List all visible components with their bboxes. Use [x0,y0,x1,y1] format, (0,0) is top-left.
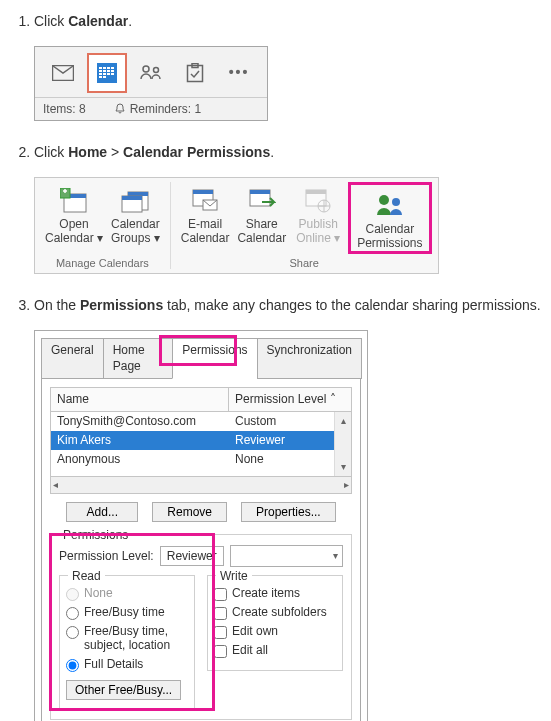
tab-home-page[interactable]: Home Page [103,338,174,380]
svg-rect-14 [99,76,102,78]
publish-online-icon [304,186,332,216]
email-calendar-button[interactable]: E-mailCalendar [177,182,234,254]
svg-rect-28 [193,190,213,194]
read-freebusy-radio[interactable] [66,607,79,620]
svg-point-16 [143,66,149,72]
write-group: Write Create items Create subfolders Edi… [207,575,343,671]
column-permission-level[interactable]: Permission Level ˄ [229,388,351,411]
svg-rect-2 [99,67,102,69]
vertical-scrollbar[interactable]: ▴▾ [334,412,351,476]
write-create-items-label[interactable]: Create items [232,586,300,600]
write-edit-own-checkbox[interactable] [214,626,227,639]
read-full-details-radio[interactable] [66,659,79,672]
properties-dialog: General Home Page Permissions Synchroniz… [34,330,368,721]
table-row: Kim AkersReviewer [51,431,351,450]
people-icon[interactable] [131,53,171,93]
tab-synchronization[interactable]: Synchronization [257,338,362,380]
step-3: On the Permissions tab, make any changes… [34,296,543,721]
column-name[interactable]: Name [51,388,229,411]
svg-rect-5 [111,67,114,69]
svg-point-17 [154,67,159,72]
horizontal-scrollbar[interactable]: ◂▸ [50,477,352,494]
calendar-word: Calendar [68,13,128,29]
read-legend: Read [68,568,105,585]
write-legend: Write [216,568,252,585]
tasks-icon[interactable] [175,53,215,93]
step-2-text: Click Home > Calendar Permissions. [34,143,543,163]
svg-rect-3 [103,67,106,69]
table-row: TonySmith@Contoso.comCustom [51,412,351,431]
calendar-permissions-highlight: CalendarPermissions [348,182,431,254]
share-group-label: Share [177,254,432,271]
write-edit-all-label[interactable]: Edit all [232,643,268,657]
svg-rect-8 [107,70,110,72]
nav-bar: ••• Items: 8 Reminders: 1 [34,46,268,122]
write-create-subfolders-label[interactable]: Create subfolders [232,605,327,619]
svg-point-36 [392,198,400,206]
open-calendar-button[interactable]: OpenCalendar ▾ [41,182,107,254]
svg-rect-11 [103,73,106,75]
open-calendar-icon [60,186,88,216]
write-edit-own-label[interactable]: Edit own [232,624,278,638]
svg-rect-31 [250,190,270,194]
properties-button[interactable]: Properties... [241,502,336,522]
write-edit-all-checkbox[interactable] [214,645,227,658]
step-1-text: Click Calendar. [34,12,543,32]
read-none-radio [66,588,79,601]
svg-rect-6 [99,70,102,72]
permission-level-value: Reviewer [160,546,224,567]
read-freebusy-sl-label[interactable]: Free/Busy time, subject, location [84,624,188,653]
calendar-groups-button[interactable]: CalendarGroups ▾ [107,182,164,254]
permissions-fieldset: Permissions Permission Level: Reviewer R… [50,534,352,720]
ribbon-share: OpenCalendar ▾ CalendarGroups ▾ Manage C… [34,177,439,274]
read-none-label: None [84,586,113,600]
share-calendar-icon [248,186,276,216]
manage-calendars-label: Manage Calendars [41,254,164,271]
calendar-icon[interactable] [87,53,127,93]
tab-strip: General Home Page Permissions Synchroniz… [41,338,361,380]
permission-level-label: Permission Level: [59,548,154,565]
svg-rect-24 [128,192,148,196]
share-calendar-button[interactable]: ShareCalendar [233,182,290,254]
table-row: AnonymousNone [51,450,351,469]
tab-general[interactable]: General [41,338,104,380]
calendar-permissions-button[interactable]: CalendarPermissions [353,187,426,251]
svg-rect-15 [103,76,106,78]
svg-rect-10 [99,73,102,75]
sort-asc-icon: ˄ [330,392,336,406]
svg-rect-4 [107,67,110,69]
svg-rect-33 [306,190,326,194]
step-2: Click Home > Calendar Permissions. OpenC… [34,143,543,274]
more-icon[interactable]: ••• [219,53,259,93]
email-calendar-icon [191,186,219,216]
svg-rect-7 [103,70,106,72]
remove-button[interactable]: Remove [152,502,227,522]
write-create-subfolders-checkbox[interactable] [214,607,227,620]
bell-icon [114,103,126,115]
svg-point-35 [379,195,389,205]
read-full-details-label[interactable]: Full Details [84,657,143,671]
calendar-permissions-icon [375,191,405,221]
permissions-list-header: Name Permission Level ˄ [50,387,352,412]
calendar-groups-icon [120,186,150,216]
svg-rect-9 [111,70,114,72]
permissions-legend: Permissions [59,527,132,544]
mail-icon[interactable] [43,53,83,93]
permission-level-dropdown[interactable] [230,545,343,567]
svg-rect-12 [107,73,110,75]
items-count: Items: 8 [43,101,86,118]
permissions-list[interactable]: TonySmith@Contoso.comCustom Kim AkersRev… [50,412,352,477]
instruction-steps: Click Calendar. ••• Items: 8 [8,12,543,721]
publish-online-button[interactable]: PublishOnline ▾ [290,182,346,254]
read-group: Read None Free/Busy time Free/Busy time,… [59,575,195,709]
read-freebusy-label[interactable]: Free/Busy time [84,605,165,619]
reminders-count: Reminders: 1 [130,101,201,118]
write-create-items-checkbox[interactable] [214,588,227,601]
svg-rect-26 [122,196,142,200]
other-freebusy-button[interactable]: Other Free/Busy... [66,680,181,700]
step-3-text: On the Permissions tab, make any changes… [34,296,543,316]
read-freebusy-sl-radio[interactable] [66,626,79,639]
tab-permissions[interactable]: Permissions [172,338,257,380]
step-1: Click Calendar. ••• Items: 8 [34,12,543,121]
add-button[interactable]: Add... [66,502,138,522]
